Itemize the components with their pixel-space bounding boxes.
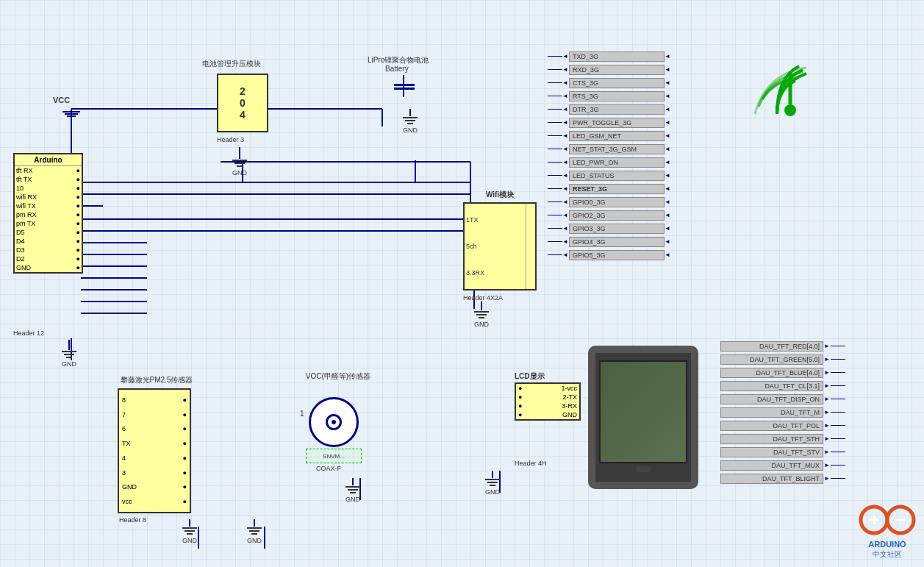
pin-gnd: GND● [15, 263, 82, 272]
coax-label: COAX-F [316, 465, 341, 472]
pm25-sensor-box: 8● 7● 6● TX● 4● 3● GND● vcc● [118, 388, 191, 513]
battery-label: LiPro锂聚合物电池 [368, 55, 429, 65]
voc-sensor-label: VOC(甲醛等)传感器 [287, 371, 390, 382]
arduino-board: Arduino tft RX● tft TX● 10● wifi RX● wif… [13, 153, 83, 274]
header4h-label: Header 4H [515, 460, 547, 467]
pin-pm-rx: pm RX● [15, 210, 82, 219]
pm25-gnd1: GND [182, 519, 197, 544]
header3-label: Header 3 [217, 136, 244, 143]
lcd-screen [599, 360, 687, 463]
pin-10: 10● [15, 184, 82, 193]
coax-pin1: 1 [300, 410, 304, 418]
arduino-title: Arduino [15, 154, 82, 166]
schematic-canvas: VCC Arduino tft RX● tft TX● 10● wifi RX●… [0, 0, 924, 567]
pin-wifi-rx: wifi RX● [15, 193, 82, 202]
battery-cap [403, 75, 404, 97]
3g-signals: ◄ TXD_3G ◄ ◄ RXD_3G ◄ ◄ CTS_3G ◄ ◄ RTS_3… [548, 50, 670, 261]
header4h-box: ●1-vcc ●2-TX ●3-RX ●GND [515, 382, 581, 421]
pm25-gnd2: GND [247, 519, 262, 544]
header4h-gnd: GND [485, 471, 500, 496]
voc-gnd: GND [345, 478, 360, 503]
arduino-gnd-symbol: GND [62, 340, 76, 368]
coax-inner [326, 414, 342, 430]
lcd-display-label: LCD显示 [515, 371, 545, 382]
header4x2a-label: Header 4X2A [463, 294, 503, 302]
arduino-logo: ARDUINO 中文社区 [858, 499, 917, 560]
header12-label: Header 12 [13, 329, 44, 337]
pin-d2: D2● [15, 254, 82, 263]
wifi-module-box: 1TX 5ch 3.3RX [463, 202, 537, 290]
pm25-sensor-label: 攀藤激光PM2.5传感器 [109, 375, 204, 385]
wifi-antenna-icon [740, 59, 814, 135]
battery-gnd: GND [403, 109, 418, 134]
battery-module-label: 电池管理升压模块 [202, 59, 261, 69]
battery-module-box: 2 0 4 [217, 74, 268, 132]
coax-connector-box: SNVM... [306, 449, 362, 463]
wifi-gnd: GND [474, 302, 489, 328]
header8-label: Header 8 [119, 516, 146, 524]
pin-tft-rx: tft RX● [15, 166, 82, 175]
pin-pm-tx: pm TX● [15, 219, 82, 228]
lcd-graphic [588, 346, 698, 489]
vcc-label: VCC [53, 96, 70, 104]
pin-d4: D4● [15, 237, 82, 246]
pin-d5: D5● [15, 228, 82, 237]
pin-tft-tx: tft TX● [15, 175, 82, 184]
battery-module-gnd: GND [232, 147, 247, 176]
wifi-module-label: Wifi模块 [456, 190, 544, 200]
svg-point-35 [784, 104, 796, 116]
pin-d3: D3● [15, 246, 82, 254]
battery-label2: Battery [385, 65, 409, 73]
pin-wifi-tx: wifi TX● [15, 202, 82, 210]
coax-outer [309, 397, 359, 447]
lcd-signals: DAU_TFT_RED[4.0] ► DAU_TFT_GREEN[5.0] ► … [720, 340, 845, 485]
